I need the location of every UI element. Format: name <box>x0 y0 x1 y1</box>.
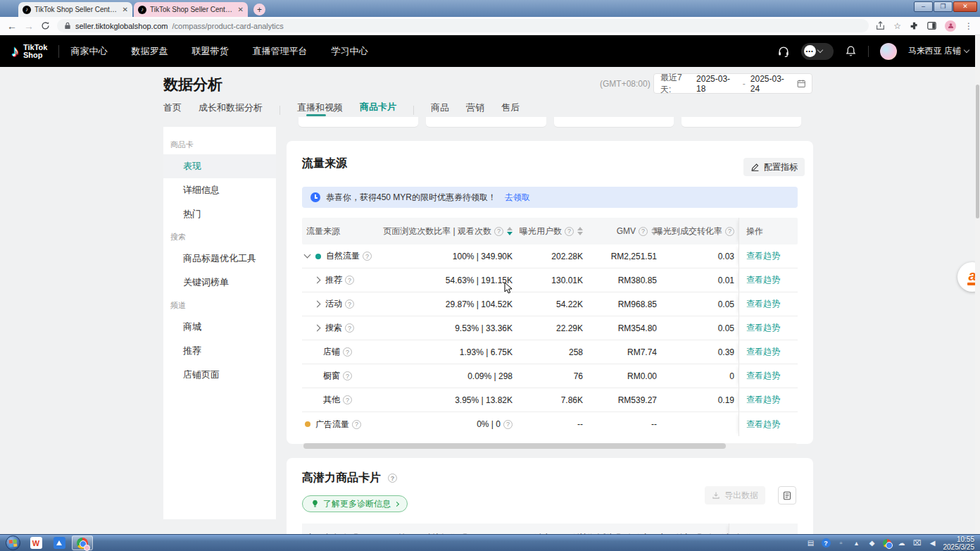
start-button[interactable] <box>6 535 20 550</box>
info-icon[interactable]: ? <box>725 227 734 236</box>
maximize-button[interactable]: ❐ <box>934 1 953 12</box>
tray-chrome-icon[interactable] <box>883 539 891 547</box>
tray-window-icon[interactable]: ▫ <box>836 539 846 547</box>
nav-item[interactable]: 学习中心 <box>331 45 367 58</box>
back-icon[interactable]: ← <box>7 21 17 31</box>
tray-device-icon[interactable]: ▤ <box>806 539 816 547</box>
forward-icon[interactable]: → <box>24 21 34 31</box>
traffic-source-cell[interactable]: 搜索? <box>302 319 401 337</box>
new-tab-button[interactable]: + <box>253 4 265 16</box>
date-range-picker[interactable]: 最近7天: 2025-03-18 - 2025-03-24 <box>653 73 812 94</box>
chat-widget[interactable]: ••• <box>801 43 834 60</box>
info-icon[interactable]: ? <box>343 371 352 380</box>
minimize-button[interactable]: – <box>914 1 933 12</box>
sidebar-item-关键词榜单[interactable]: 关键词榜单 <box>163 271 276 295</box>
info-icon[interactable]: ? <box>343 347 352 357</box>
browser-menu-icon[interactable]: ⋮ <box>965 21 973 31</box>
browser-tab-1[interactable]: ♪ TikTok Shop Seller Center | Cr ✕ <box>18 2 132 17</box>
tab-首页[interactable]: 首页 <box>163 101 182 118</box>
taskbar-wps-icon[interactable]: W <box>25 535 46 550</box>
traffic-source-cell[interactable]: 店铺? <box>302 343 401 361</box>
tab-营销[interactable]: 营销 <box>466 101 484 118</box>
expand-caret-icon[interactable] <box>314 277 321 284</box>
vertical-scrollbar[interactable] <box>975 35 980 534</box>
refresh-icon[interactable] <box>41 21 50 30</box>
taskbar-docs-icon[interactable] <box>49 535 70 550</box>
info-icon[interactable]: ? <box>343 395 352 404</box>
view-trend-link[interactable]: 查看趋势 <box>746 394 780 406</box>
scrollbar-thumb[interactable] <box>303 443 726 449</box>
view-trend-link[interactable]: 查看趋势 <box>746 370 780 382</box>
info-icon[interactable]: ? <box>388 473 397 483</box>
tray-network-icon[interactable]: ⌧ <box>912 539 922 547</box>
tab-成长和数据分析[interactable]: 成长和数据分析 <box>199 101 263 118</box>
traffic-source-cell[interactable]: 橱窗? <box>302 367 401 385</box>
horizontal-scrollbar[interactable] <box>302 443 798 449</box>
info-icon[interactable]: ? <box>503 420 513 429</box>
sidebar-item-推荐[interactable]: 推荐 <box>163 339 276 363</box>
scrollbar-thumb[interactable] <box>976 85 979 218</box>
sidebar-item-商城[interactable]: 商城 <box>163 315 276 339</box>
nav-item[interactable]: 数据罗盘 <box>131 45 168 58</box>
info-icon[interactable]: ? <box>345 299 354 309</box>
claim-coupon-link[interactable]: 去领取 <box>505 192 530 204</box>
tray-app-icon[interactable]: ◆ <box>867 539 877 547</box>
expand-caret-icon[interactable] <box>314 301 321 308</box>
sort-icon[interactable] <box>507 227 513 235</box>
tray-show-hidden-icon[interactable]: ▴ <box>852 539 862 547</box>
taskbar-clock[interactable]: 10:55 2025/3/25 <box>943 535 978 551</box>
sidebar-item-热门[interactable]: 热门 <box>163 202 276 226</box>
view-trend-link[interactable]: 查看趋势 <box>746 346 780 358</box>
tab-close-icon[interactable]: ✕ <box>122 6 128 13</box>
address-bar[interactable]: seller.tiktokglobalshop.com/compass/prod… <box>57 19 869 32</box>
view-trend-link[interactable]: 查看趋势 <box>746 419 780 431</box>
tray-cloud-icon[interactable]: ☁ <box>897 539 907 547</box>
bell-icon[interactable] <box>845 45 857 57</box>
tab-售后[interactable]: 售后 <box>501 101 520 118</box>
view-trend-link[interactable]: 查看趋势 <box>746 250 780 262</box>
expand-caret-icon[interactable] <box>304 252 311 259</box>
traffic-source-cell[interactable]: 推荐? <box>302 271 401 289</box>
headset-icon[interactable] <box>777 45 790 58</box>
close-button[interactable]: ✕ <box>953 1 977 12</box>
info-icon[interactable]: ? <box>352 420 361 429</box>
sort-icon[interactable] <box>577 227 583 235</box>
view-trend-link[interactable]: 查看趋势 <box>746 298 780 310</box>
tray-volume-icon[interactable]: ◀ <box>928 539 938 547</box>
profile-avatar[interactable] <box>945 20 956 32</box>
side-panel-icon[interactable] <box>927 21 936 30</box>
nav-item[interactable]: 直播管理平台 <box>252 45 307 58</box>
info-icon[interactable]: ? <box>494 227 503 236</box>
info-icon[interactable]: ? <box>345 323 354 333</box>
tab-商品[interactable]: 商品 <box>431 101 449 118</box>
traffic-source-cell[interactable]: 活动? <box>302 295 401 313</box>
extensions-icon[interactable] <box>910 21 919 30</box>
taskbar-chrome-icon[interactable] <box>72 535 93 550</box>
view-trend-link[interactable]: 查看趋势 <box>746 322 780 334</box>
info-icon[interactable]: ? <box>639 227 648 236</box>
export-data-button[interactable]: 导出数据 <box>705 486 765 504</box>
sidebar-item-表现[interactable]: 表现 <box>163 154 276 178</box>
nav-item[interactable]: 商家中心 <box>70 45 107 58</box>
sidebar-item-详细信息[interactable]: 详细信息 <box>163 178 276 202</box>
info-icon[interactable]: ? <box>345 276 354 285</box>
traffic-source-cell[interactable]: 其他? <box>302 391 401 409</box>
report-doc-button[interactable] <box>778 486 796 504</box>
store-avatar[interactable] <box>880 43 897 60</box>
traffic-source-cell[interactable]: 广告流量? <box>302 416 401 433</box>
nav-item[interactable]: 联盟带货 <box>191 45 228 58</box>
sidebar-item-商品标题优化工具[interactable]: 商品标题优化工具 <box>163 247 276 271</box>
info-icon[interactable]: ? <box>565 227 574 236</box>
diagnosis-link-button[interactable]: 了解更多诊断信息 <box>302 495 408 512</box>
traffic-source-cell[interactable]: 自然流量? <box>302 247 401 265</box>
configure-metrics-button[interactable]: 配置指标 <box>743 158 805 176</box>
expand-caret-icon[interactable] <box>314 325 321 332</box>
bookmark-star-icon[interactable]: ☆ <box>893 21 901 31</box>
store-switcher[interactable]: 马来西亚 店铺 <box>908 45 969 57</box>
tiktok-shop-logo[interactable]: ♪ TikTokShop <box>11 42 47 61</box>
share-icon[interactable] <box>876 21 885 30</box>
tray-help-icon[interactable]: ? <box>822 538 831 547</box>
sidebar-item-店铺页面[interactable]: 店铺页面 <box>163 363 276 387</box>
info-icon[interactable]: ? <box>363 252 372 261</box>
view-trend-link[interactable]: 查看趋势 <box>746 274 780 286</box>
